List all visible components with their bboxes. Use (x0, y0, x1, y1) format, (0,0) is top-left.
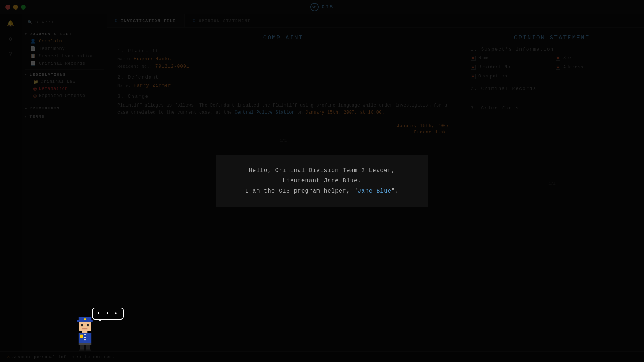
character-sprite (71, 316, 99, 351)
svg-rect-5 (87, 324, 88, 326)
svg-rect-17 (86, 350, 91, 351)
dialog-line2-suffix: ". (391, 188, 399, 194)
svg-rect-11 (84, 339, 86, 340)
svg-rect-16 (79, 350, 85, 351)
bubble-dots: • • • (97, 311, 119, 316)
svg-rect-9 (84, 334, 86, 335)
svg-rect-4 (81, 324, 83, 326)
character-area: • • • (71, 316, 99, 351)
svg-rect-6 (82, 328, 88, 330)
svg-rect-13 (79, 343, 91, 345)
svg-rect-7 (82, 331, 88, 333)
svg-rect-10 (84, 337, 86, 338)
dialog-box: Hello, Criminal Division Team 2 Leader, … (216, 155, 428, 207)
dialog-line2-prefix: I am the CIS program helper, " (245, 188, 358, 194)
dialog-text: Hello, Criminal Division Team 2 Leader, … (234, 166, 410, 196)
dialog-line1: Hello, Criminal Division Team 2 Leader, … (249, 167, 395, 184)
svg-rect-12 (80, 335, 83, 338)
svg-rect-2 (84, 318, 86, 320)
dialog-name: Jane Blue (358, 188, 391, 194)
svg-rect-1 (77, 320, 93, 322)
